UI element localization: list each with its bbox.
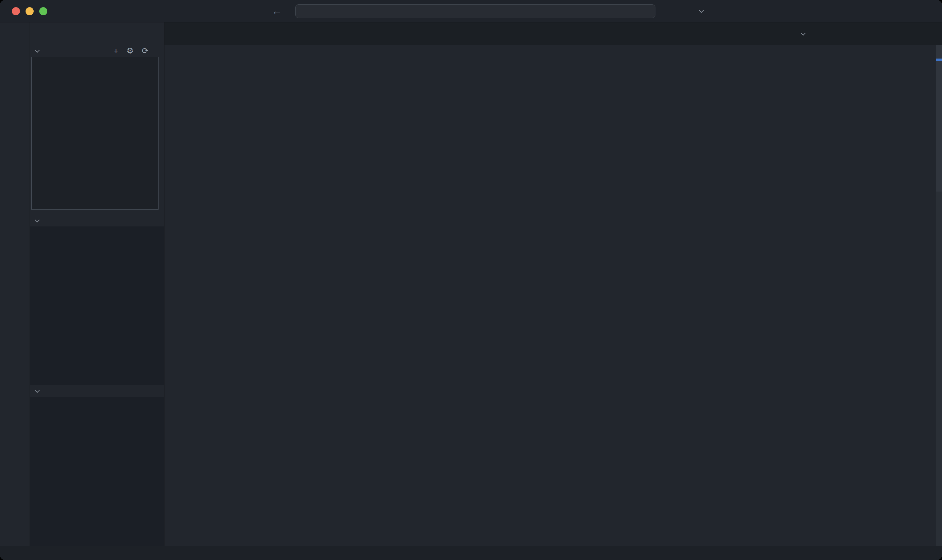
add-connection-icon[interactable]: + [114, 46, 119, 56]
toggle-sidebar-icon[interactable] [887, 6, 896, 16]
close-window-button[interactable] [12, 7, 20, 15]
titlebar: ← → [0, 0, 942, 22]
activity-bar [0, 22, 30, 546]
refresh-icon[interactable]: ⟳ [142, 46, 149, 56]
history-back-icon[interactable]: ← [272, 5, 282, 17]
section-installed-mcp-servers[interactable] [30, 215, 164, 226]
breadcrumb [165, 45, 942, 60]
installed-mcp-servers-panel [30, 226, 164, 385]
more-actions-icon[interactable] [923, 29, 933, 39]
search-icon [470, 8, 477, 15]
back-circle-icon[interactable] [832, 29, 842, 39]
traffic-lights [12, 7, 47, 15]
sidebar: + ⚙ ⟳ [30, 22, 165, 546]
scrollbar[interactable] [936, 45, 942, 546]
circle-left-icon[interactable] [850, 29, 860, 39]
command-center-search[interactable] [295, 5, 656, 18]
zoom-window-button[interactable] [39, 7, 47, 15]
chevron-down-icon [699, 8, 704, 13]
minimize-window-button[interactable] [26, 7, 34, 15]
run-dropdown-icon[interactable] [801, 31, 806, 36]
overview-ruler-marker [936, 58, 942, 61]
circle-forward-icon[interactable] [868, 29, 879, 39]
customize-layout-icon[interactable] [868, 6, 879, 16]
status-bar [0, 546, 942, 560]
openmcp-icon[interactable] [814, 29, 824, 39]
mcp-connections-list [31, 57, 159, 209]
chevron-down-icon [35, 218, 40, 223]
run-python-file-icon[interactable] [782, 29, 792, 39]
getting-started-list [30, 397, 164, 546]
code-editor[interactable] [165, 60, 942, 546]
section-getting-started-help[interactable] [30, 385, 164, 397]
split-editor-icon[interactable] [905, 29, 914, 39]
account-menu[interactable] [686, 6, 704, 16]
editor-group [165, 22, 942, 546]
git-circle-icon[interactable] [887, 29, 896, 39]
chevron-down-icon [35, 48, 40, 53]
section-mcp-connections[interactable]: + ⚙ ⟳ [30, 45, 164, 57]
toggle-secondary-sidebar-icon[interactable] [923, 6, 933, 16]
scrollbar-slider[interactable] [936, 45, 942, 192]
gear-icon[interactable]: ⚙ [126, 46, 134, 56]
vscode-window: ← → + [0, 0, 942, 560]
minimap[interactable] [890, 88, 936, 545]
toggle-panel-icon[interactable] [905, 6, 914, 16]
editor-actions [782, 22, 942, 45]
account-icon [686, 6, 697, 16]
chevron-down-icon [35, 388, 40, 393]
tab-bar [165, 22, 942, 45]
